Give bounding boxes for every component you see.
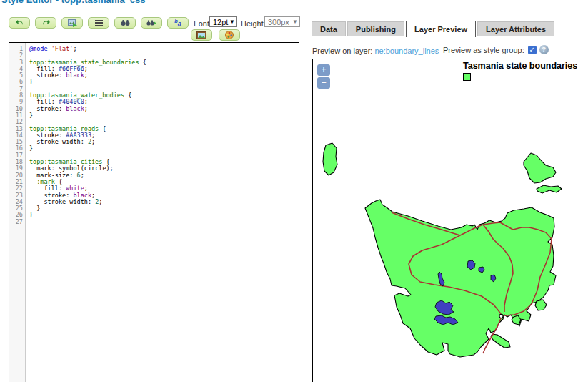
code-line: } bbox=[29, 212, 299, 218]
redo-arrow-icon bbox=[41, 19, 51, 26]
style-group-label: Preview as style group: bbox=[443, 46, 524, 54]
picture-icon bbox=[196, 31, 206, 39]
land-polygon bbox=[535, 300, 547, 310]
change-case-button[interactable]: ba bbox=[167, 17, 189, 29]
code-line: } bbox=[29, 145, 299, 152]
redo-button[interactable] bbox=[35, 17, 56, 29]
code-line: stroke-width: 2; bbox=[29, 199, 299, 205]
style-group-checkbox[interactable]: ✓ bbox=[528, 46, 537, 54]
code-line bbox=[29, 219, 299, 225]
color-picker-button[interactable] bbox=[219, 29, 240, 41]
chevron-down-icon: ▼ bbox=[229, 19, 235, 25]
land-polygon bbox=[524, 153, 556, 183]
code-line: stroke: black; bbox=[29, 106, 299, 112]
tab-publishing[interactable]: Publishing bbox=[347, 21, 404, 36]
code-line: } bbox=[29, 112, 299, 119]
preview-on-layer-label: Preview on layer: bbox=[312, 46, 372, 55]
legend-swatch bbox=[463, 73, 471, 81]
chevron-down-icon: ▼ bbox=[292, 19, 298, 25]
land-polygon bbox=[491, 334, 510, 348]
undo-button[interactable] bbox=[9, 17, 30, 29]
preview-image-button[interactable] bbox=[191, 29, 212, 41]
style-code-editor[interactable]: 1234567891011121314151617181920212223242… bbox=[9, 42, 299, 382]
apply-style-button[interactable] bbox=[61, 17, 83, 29]
line-number: 27 bbox=[9, 219, 23, 225]
tab-layer-preview[interactable]: Layer Preview bbox=[406, 21, 476, 37]
zoom-in-button[interactable]: + bbox=[317, 64, 330, 76]
color-palette-icon bbox=[225, 31, 234, 39]
code-line: @mode 'Flat'; bbox=[29, 46, 299, 52]
map-legend: Tasmania state boundaries bbox=[463, 61, 577, 81]
font-size-value: 12pt bbox=[213, 18, 228, 26]
change-case-icon: ba bbox=[174, 19, 181, 27]
code-line: stroke-width: 2; bbox=[29, 139, 299, 145]
land-polygon bbox=[537, 185, 562, 193]
find-next-button[interactable] bbox=[141, 17, 162, 29]
find-binoculars-icon bbox=[121, 19, 130, 26]
tab-data[interactable]: Data bbox=[312, 21, 346, 36]
zoom-out-button[interactable]: − bbox=[317, 77, 330, 89]
find-next-binoculars-icon bbox=[146, 19, 156, 26]
find-button[interactable] bbox=[114, 17, 136, 29]
map-canvas[interactable] bbox=[313, 59, 588, 382]
land-polygon bbox=[323, 143, 337, 175]
font-size-select[interactable]: 12pt ▼ bbox=[209, 16, 237, 27]
layer-preview-map[interactable]: + − Tasmania state boundaries bbox=[312, 59, 588, 382]
code-area[interactable]: @mode 'Flat'; topp:tasmania_state_bounda… bbox=[26, 43, 299, 382]
line-number-gutter: 1234567891011121314151617181920212223242… bbox=[9, 43, 26, 382]
tab-layer-attributes[interactable]: Layer Attributes bbox=[477, 21, 554, 36]
code-line: } bbox=[29, 205, 299, 212]
tab-strip: DataPublishingLayer PreviewLayer Attribu… bbox=[312, 21, 556, 37]
layer-link[interactable]: ne:boundary_lines bbox=[374, 46, 439, 55]
editor-height-select[interactable]: 300px ▼ bbox=[264, 16, 300, 27]
code-line: stroke: black; bbox=[29, 72, 299, 79]
land-polygon bbox=[365, 200, 556, 357]
reformat-button[interactable] bbox=[88, 17, 109, 29]
undo-arrow-icon bbox=[15, 19, 24, 26]
reformat-lines-icon bbox=[95, 20, 103, 26]
code-line: } bbox=[29, 79, 299, 85]
preview-on-layer: Preview on layer: ne:boundary_lines bbox=[312, 46, 439, 55]
editor-height-value: 300px bbox=[268, 18, 289, 26]
city-marker bbox=[499, 314, 503, 318]
apply-image-icon bbox=[68, 19, 77, 27]
help-icon[interactable]: ? bbox=[539, 45, 549, 54]
font-label: Font bbox=[194, 19, 209, 28]
legend-title: Tasmania state boundaries bbox=[463, 61, 577, 71]
page-title: Style Editor - topp:tasmania_css bbox=[1, 0, 146, 5]
height-label: Height bbox=[241, 19, 264, 28]
code-line: mark-size: 6; bbox=[29, 172, 299, 179]
